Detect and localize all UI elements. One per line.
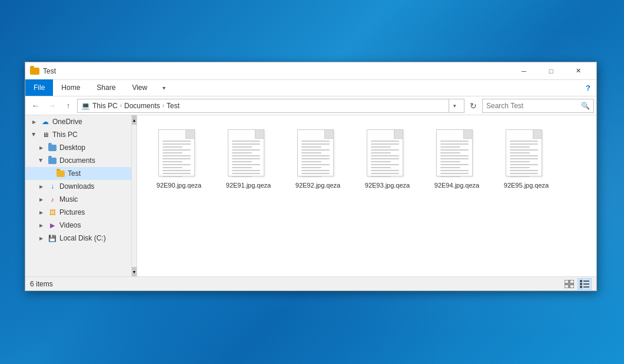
- search-box: 🔍: [482, 99, 594, 113]
- path-documents[interactable]: Documents: [124, 102, 160, 110]
- file-grid: 92E90.jpg.qeza: [137, 115, 596, 203]
- scroll-down-button[interactable]: ▼: [132, 267, 137, 276]
- doc-line: [162, 149, 191, 151]
- doc-line: [510, 173, 538, 174]
- svg-rect-3: [570, 285, 574, 288]
- sidebar-item-label: Local Disk (C:): [59, 234, 106, 242]
- doc-line: [301, 176, 321, 177]
- downloads-icon: ↓: [48, 182, 57, 191]
- back-button[interactable]: ←: [28, 98, 43, 113]
- sidebar-item-local-disk[interactable]: ▶ 💾 Local Disk (C:): [25, 232, 137, 245]
- doc-line: [440, 146, 460, 148]
- document-icon: [367, 129, 403, 176]
- doc-line: [371, 141, 399, 142]
- sidebar-item-onedrive[interactable]: ▶ ☁ OneDrive: [25, 115, 137, 128]
- scroll-up-button[interactable]: ▲: [132, 115, 137, 125]
- svg-rect-9: [583, 286, 589, 288]
- music-icon: ♪: [48, 195, 57, 204]
- grid-view-button[interactable]: [562, 278, 576, 290]
- maximize-button[interactable]: □: [537, 62, 565, 80]
- doc-line: [162, 161, 182, 162]
- file-name: 92E90.jpg.qeza: [157, 182, 201, 189]
- sidebar-item-label: Videos: [59, 221, 81, 229]
- doc-line: [440, 155, 469, 156]
- doc-line: [232, 161, 252, 162]
- sidebar-item-test[interactable]: ▶ Test: [25, 167, 137, 180]
- main-area: ▲ ▼ ▶ ☁ OneDrive ▶ 🖥 This PC ▶: [25, 115, 596, 276]
- doc-line: [162, 158, 191, 159]
- file-icon-container: [228, 129, 269, 179]
- file-name: 92E95.jpg.qeza: [504, 182, 549, 189]
- file-item[interactable]: 92E93.jpg.qeza: [355, 125, 420, 193]
- path-dropdown-button[interactable]: ▾: [449, 99, 460, 113]
- sidebar-scrollbar[interactable]: ▲ ▼: [131, 115, 137, 276]
- up-button[interactable]: ↑: [61, 98, 76, 113]
- path-test[interactable]: Test: [167, 102, 180, 110]
- path-this-pc[interactable]: 💻: [81, 102, 90, 110]
- doc-line: [371, 164, 399, 165]
- document-icon: [297, 129, 334, 176]
- sidebar-item-videos[interactable]: ▶ ▶ Videos: [25, 219, 137, 232]
- path-sep-2: ›: [162, 102, 164, 109]
- tab-home[interactable]: Home: [53, 79, 88, 96]
- svg-rect-5: [583, 280, 589, 282]
- doc-line: [440, 176, 460, 177]
- ribbon-chevron-icon[interactable]: ▾: [155, 79, 172, 96]
- path-this-pc-label[interactable]: This PC: [92, 102, 118, 110]
- doc-line: [440, 170, 469, 171]
- pictures-arrow-icon: ▶: [37, 208, 45, 216]
- doc-line: [510, 143, 538, 145]
- document-lines: [301, 141, 330, 177]
- doc-line: [440, 152, 460, 153]
- doc-line: [371, 161, 391, 162]
- sidebar-item-documents[interactable]: ▶ Documents: [25, 154, 137, 167]
- tab-share[interactable]: Share: [88, 79, 124, 96]
- file-item[interactable]: 92E90.jpg.qeza: [147, 125, 211, 193]
- svg-rect-6: [580, 283, 582, 285]
- address-bar: ← → ↑ 💻 This PC › Documents › Test ▾ ↻ 🔍: [25, 96, 596, 115]
- svg-rect-2: [565, 285, 569, 288]
- onedrive-arrow-icon: ▶: [30, 118, 38, 126]
- sidebar: ▲ ▼ ▶ ☁ OneDrive ▶ 🖥 This PC ▶: [25, 115, 137, 276]
- doc-line: [232, 170, 260, 171]
- tab-file[interactable]: File: [25, 79, 53, 96]
- file-item[interactable]: 92E95.jpg.qeza: [494, 125, 559, 193]
- grid-view-icon: [565, 280, 574, 288]
- doc-line: [301, 149, 330, 151]
- file-name: 92E91.jpg.qeza: [226, 182, 271, 189]
- doc-line: [371, 152, 391, 153]
- doc-line: [440, 173, 469, 174]
- sidebar-item-music[interactable]: ▶ ♪ Music: [25, 193, 137, 206]
- address-path[interactable]: 💻 This PC › Documents › Test ▾: [77, 99, 464, 113]
- svg-rect-7: [583, 283, 589, 285]
- sidebar-item-downloads[interactable]: ▶ ↓ Downloads: [25, 180, 137, 193]
- sidebar-item-desktop[interactable]: ▶ Desktop: [25, 141, 137, 154]
- doc-line: [301, 146, 321, 148]
- doc-line: [371, 173, 399, 174]
- doc-line: [440, 164, 469, 165]
- close-button[interactable]: ✕: [565, 62, 592, 80]
- doc-line: [371, 176, 391, 177]
- doc-line: [440, 167, 460, 168]
- file-item[interactable]: 92E91.jpg.qeza: [216, 125, 281, 193]
- file-item[interactable]: 92E94.jpg.qeza: [424, 125, 489, 193]
- help-button[interactable]: ?: [580, 79, 596, 96]
- doc-line: [301, 170, 330, 171]
- desktop-icon: [48, 143, 57, 152]
- doc-line: [440, 158, 469, 159]
- tab-view[interactable]: View: [124, 79, 155, 96]
- refresh-button[interactable]: ↻: [466, 98, 481, 113]
- forward-button[interactable]: →: [44, 98, 59, 113]
- sidebar-item-this-pc[interactable]: ▶ 🖥 This PC: [25, 128, 137, 141]
- sidebar-item-label: Pictures: [59, 208, 85, 216]
- doc-line: [510, 161, 530, 162]
- doc-line: [371, 158, 399, 159]
- search-input[interactable]: [486, 102, 581, 110]
- file-item[interactable]: 92E92.jpg.qeza: [286, 125, 350, 193]
- doc-line: [301, 164, 330, 165]
- this-pc-icon: 🖥: [41, 130, 50, 139]
- doc-line: [510, 146, 530, 148]
- list-view-button[interactable]: [577, 278, 592, 290]
- minimize-button[interactable]: ─: [510, 62, 537, 80]
- sidebar-item-pictures[interactable]: ▶ 🖼 Pictures: [25, 206, 137, 219]
